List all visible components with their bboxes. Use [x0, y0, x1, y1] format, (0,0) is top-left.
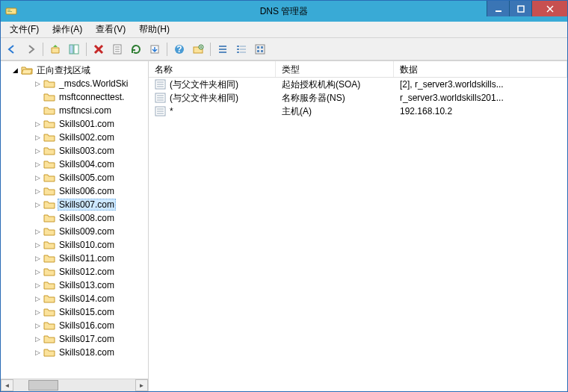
svg-rect-29 — [237, 52, 239, 53]
expander-icon[interactable] — [32, 92, 43, 103]
tree-root[interactable]: ◢ 正向查找区域 — [1, 63, 148, 77]
expander-icon[interactable] — [32, 213, 43, 224]
column-name[interactable]: 名称 — [149, 61, 276, 77]
column-data[interactable]: 数据 — [394, 61, 567, 77]
tree-horizontal-scrollbar[interactable]: ◄ ► — [1, 379, 148, 391]
tree-item[interactable]: ▷Skills011.com — [1, 252, 148, 265]
folder-icon — [43, 293, 55, 305]
folder-icon — [43, 239, 55, 251]
view-filter-button[interactable] — [252, 41, 268, 57]
menu-view[interactable]: 查看(V) — [90, 22, 132, 37]
tree-item[interactable]: msftconnecttest. — [1, 90, 148, 104]
scroll-track[interactable] — [13, 379, 135, 391]
list-row[interactable]: (与父文件夹相同)名称服务器(NS)r_server3.worldskills2… — [149, 91, 567, 105]
expander-icon[interactable]: ▷ — [32, 78, 43, 90]
expander-icon[interactable]: ▷ — [32, 320, 43, 332]
tree-item-label: Skills018.com — [58, 346, 116, 358]
cell-name: * — [149, 106, 276, 116]
tree-item[interactable]: ▷Skills018.com — [1, 346, 148, 359]
tree-item[interactable]: ▷Skills009.com — [1, 225, 148, 238]
record-icon — [155, 106, 167, 116]
tree-item[interactable]: ▷Skills016.com — [1, 319, 148, 332]
tree-item[interactable]: ▷Skills017.com — [1, 332, 148, 346]
tree-item-label: Skills013.com — [58, 279, 116, 291]
expander-icon[interactable]: ▷ — [32, 293, 43, 305]
new-zone-button[interactable] — [190, 41, 206, 57]
expander-icon[interactable]: ▷ — [32, 186, 43, 197]
tree-item[interactable]: ▷Skills013.com — [1, 279, 148, 292]
toolbar-separator — [43, 43, 43, 56]
column-type[interactable]: 类型 — [276, 61, 394, 77]
tree-item[interactable]: ▷Skills012.com — [1, 265, 148, 279]
tree-item-label: Skills014.com — [58, 293, 116, 305]
cell-name: (与父文件夹相同) — [149, 92, 276, 105]
maximize-button[interactable] — [509, 1, 531, 16]
folder-icon — [43, 252, 55, 264]
delete-button[interactable] — [90, 41, 107, 57]
tree-item[interactable]: ▷_msdcs.WorldSki — [1, 77, 148, 90]
expander-icon[interactable]: ▷ — [32, 199, 43, 211]
tree-item[interactable]: ▷Skills015.com — [1, 305, 148, 319]
title-bar: DNS 管理器 — [1, 1, 567, 22]
tree-item[interactable]: ▷Skills014.com — [1, 292, 148, 305]
tree-item-label: Skills010.com — [58, 239, 116, 251]
menu-file[interactable]: 文件(F) — [4, 22, 45, 37]
folder-icon — [43, 279, 55, 291]
menu-help[interactable]: 帮助(H) — [133, 22, 176, 37]
cell-name: (与父文件夹相同) — [149, 78, 276, 91]
export-button[interactable] — [146, 41, 163, 57]
scroll-right-button[interactable]: ► — [135, 379, 148, 391]
expander-icon[interactable]: ▷ — [32, 132, 43, 143]
tree-item[interactable]: ▷Skills007.com — [1, 198, 148, 211]
svg-rect-33 — [261, 46, 263, 49]
tree-item[interactable]: ▷Skills010.com — [1, 238, 148, 252]
properties-button[interactable] — [109, 41, 126, 57]
tree-item-label: Skills015.com — [58, 306, 116, 318]
tree-item[interactable]: ▷Skills001.com — [1, 117, 148, 131]
refresh-button[interactable] — [128, 41, 144, 57]
list-row[interactable]: (与父文件夹相同)起始授权机构(SOA)[2], r_server3.world… — [149, 78, 567, 91]
close-button[interactable] — [531, 1, 567, 16]
show-hide-tree-button[interactable] — [66, 41, 82, 57]
expander-icon[interactable]: ▷ — [32, 146, 43, 157]
expander-icon[interactable]: ▷ — [32, 172, 43, 184]
expander-icon[interactable]: ▷ — [32, 280, 43, 291]
tree-item-label: Skills002.com — [58, 131, 116, 143]
scroll-left-button[interactable]: ◄ — [1, 379, 13, 391]
tree-item[interactable]: ▷Skills005.com — [1, 171, 148, 184]
view-list-button[interactable] — [214, 41, 231, 57]
expander-icon[interactable]: ▷ — [32, 307, 43, 318]
expander-icon[interactable]: ▷ — [32, 267, 43, 278]
svg-rect-8 — [74, 45, 78, 54]
up-button[interactable] — [47, 41, 64, 57]
folder-icon — [43, 212, 55, 224]
folder-icon — [43, 172, 55, 184]
expander-icon[interactable]: ▷ — [32, 347, 43, 358]
forward-button[interactable] — [22, 41, 39, 57]
expander-icon[interactable]: ▷ — [32, 226, 43, 237]
view-details-button[interactable] — [233, 41, 250, 57]
tree-item[interactable]: ▷Skills006.com — [1, 184, 148, 198]
minimize-button[interactable] — [487, 1, 509, 16]
scroll-thumb[interactable] — [28, 380, 58, 391]
tree-item-label: Skills008.com — [58, 212, 116, 224]
folder-icon — [43, 78, 55, 90]
svg-rect-4 — [518, 6, 524, 12]
expander-icon[interactable]: ▷ — [32, 119, 43, 130]
tree-item[interactable]: msftncsi.com — [1, 104, 148, 117]
expander-icon[interactable]: ▷ — [32, 253, 43, 264]
app-icon — [5, 5, 17, 17]
tree-item[interactable]: ▷Skills004.com — [1, 158, 148, 171]
expander-icon[interactable]: ▷ — [32, 334, 43, 345]
menu-action[interactable]: 操作(A) — [46, 22, 88, 37]
expander-icon[interactable]: ▷ — [32, 240, 43, 251]
help-button[interactable]: ? — [171, 41, 188, 57]
back-button[interactable] — [4, 41, 20, 57]
tree-item[interactable]: Skills008.com — [1, 211, 148, 225]
expander-icon[interactable] — [32, 105, 43, 116]
tree-item[interactable]: ▷Skills003.com — [1, 144, 148, 158]
list-row[interactable]: *主机(A)192.168.10.2 — [149, 105, 567, 118]
expander-icon[interactable]: ◢ — [10, 65, 21, 76]
expander-icon[interactable]: ▷ — [32, 159, 43, 170]
tree-item[interactable]: ▷Skills002.com — [1, 131, 148, 144]
